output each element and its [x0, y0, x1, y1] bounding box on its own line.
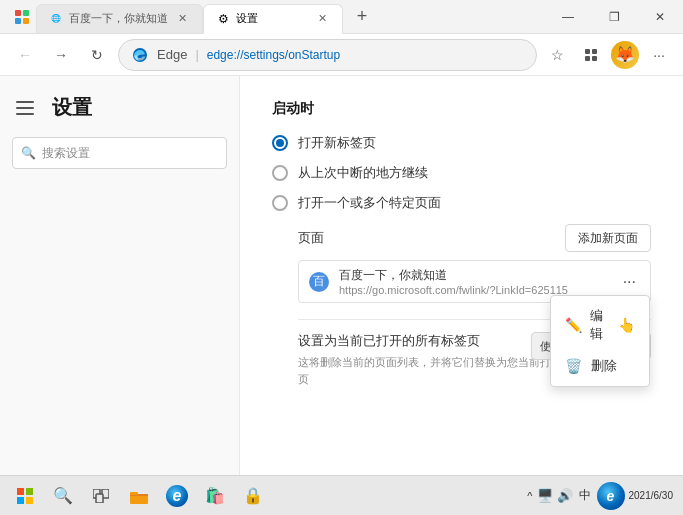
tray-volume-icon: 🔊 [557, 488, 573, 503]
search-icon: 🔍 [21, 146, 36, 160]
svg-rect-9 [17, 488, 24, 495]
address-edge-label: Edge [157, 47, 187, 62]
context-menu: ✏️ 编辑 👆 🗑️ 删除 [550, 295, 650, 387]
tab-settings-title: 设置 [236, 11, 308, 26]
sidebar-header: 设置 [0, 86, 239, 129]
section-title: 启动时 [272, 100, 651, 118]
sidebar: 设置 🔍 搜索设置 [0, 76, 240, 475]
title-bar: 🌐 百度一下，你就知道 ✕ ⚙ 设置 ✕ + — ❐ ✕ [0, 0, 683, 34]
svg-rect-2 [15, 18, 21, 24]
context-delete-label: 删除 [591, 357, 617, 375]
radio-specific-label: 打开一个或多个特定页面 [298, 194, 441, 212]
search-placeholder: 搜索设置 [42, 145, 90, 162]
hamburger-menu-button[interactable] [16, 101, 40, 115]
taskbar-date: 2021/6/30 [629, 489, 674, 502]
radio-newtab-label: 打开新标签页 [298, 134, 376, 152]
page-item-actions: ··· ✏️ 编辑 👆 🗑️ 删除 [619, 271, 640, 293]
page-item-info: 百度一下，你就知道 https://go.microsoft.com/fwlin… [339, 267, 609, 296]
taskbar-time: 2021/6/30 [629, 489, 674, 502]
taskbar: 🔍 🛍️ 🔒 ^ 🖥️ 🔊 中 e 2021/6/30 [0, 475, 683, 515]
delete-icon: 🗑️ [565, 358, 583, 374]
svg-rect-15 [96, 494, 103, 503]
context-edit-label: 编辑 [590, 307, 604, 343]
taskbar-store-button[interactable]: 🛍️ [200, 482, 230, 510]
new-tab-button[interactable]: + [347, 3, 377, 31]
taskbar-edge-button[interactable] [162, 482, 192, 510]
address-separator: | [195, 47, 198, 62]
content-area: 启动时 打开新标签页 从上次中断的地方继续 打开一个或多个特定页面 页面 添加新… [240, 76, 683, 475]
profile-icon[interactable]: 🦊 [611, 41, 639, 69]
taskbar-start-button[interactable] [10, 482, 40, 510]
taskbar-explorer-button[interactable] [124, 482, 154, 510]
main-layout: 设置 🔍 搜索设置 启动时 打开新标签页 从上次中断的地方继续 打开一个或多个特… [0, 76, 683, 475]
tab-baidu-icon: 🌐 [49, 12, 63, 26]
radio-continue-label: 从上次中断的地方继续 [298, 164, 428, 182]
svg-rect-8 [592, 56, 597, 61]
pages-label: 页面 [298, 229, 324, 247]
taskbar-search-button[interactable]: 🔍 [48, 482, 78, 510]
radio-option-specific[interactable]: 打开一个或多个特定页面 [272, 194, 651, 212]
radio-option-newtab[interactable]: 打开新标签页 [272, 134, 651, 152]
back-button[interactable]: ← [10, 40, 40, 70]
tab-settings-icon: ⚙ [216, 12, 230, 26]
add-page-button[interactable]: 添加新页面 [565, 224, 651, 252]
cursor-icon: 👆 [618, 317, 635, 333]
edge-logo-icon [131, 46, 149, 64]
tab-baidu[interactable]: 🌐 百度一下，你就知道 ✕ [36, 4, 203, 34]
window-icon [8, 0, 36, 34]
context-menu-delete[interactable]: 🗑️ 删除 [551, 350, 649, 382]
pages-section: 页面 添加新页面 百 百度一下，你就知道 https://go.microsof… [298, 224, 651, 387]
page-item-more-button[interactable]: ··· [619, 271, 640, 293]
maximize-button[interactable]: ❐ [591, 0, 637, 34]
tab-baidu-close[interactable]: ✕ [174, 11, 190, 27]
address-path: edge://settings/onStartup [207, 48, 340, 62]
address-bar[interactable]: Edge | edge://settings/onStartup [118, 39, 537, 71]
more-button[interactable]: ··· [645, 41, 673, 69]
svg-rect-5 [585, 49, 590, 54]
tab-settings-close[interactable]: ✕ [314, 11, 330, 27]
svg-rect-0 [15, 10, 21, 16]
taskbar-security-button[interactable]: 🔒 [238, 482, 268, 510]
search-settings-input[interactable]: 🔍 搜索设置 [12, 137, 227, 169]
page-item-name: 百度一下，你就知道 [339, 267, 609, 284]
radio-newtab-indicator [272, 135, 288, 151]
radio-option-continue[interactable]: 从上次中断的地方继续 [272, 164, 651, 182]
nav-bar: ← → ↻ Edge | edge://settings/onStartup ☆… [0, 34, 683, 76]
taskbar-system-tray: ^ 🖥️ 🔊 中 e 2021/6/30 [527, 482, 673, 510]
window-controls: — ❐ ✕ [545, 0, 683, 34]
svg-rect-17 [130, 492, 138, 495]
collections-button[interactable] [577, 41, 605, 69]
page-item-icon: 百 [309, 272, 329, 292]
tray-caret-icon[interactable]: ^ [527, 490, 532, 502]
radio-continue-indicator [272, 165, 288, 181]
tab-baidu-title: 百度一下，你就知道 [69, 11, 168, 26]
page-item-baidu: 百 百度一下，你就知道 https://go.microsoft.com/fwl… [298, 260, 651, 303]
pages-header: 页面 添加新页面 [298, 224, 651, 252]
svg-rect-1 [23, 10, 29, 16]
radio-specific-indicator [272, 195, 288, 211]
minimize-button[interactable]: — [545, 0, 591, 34]
svg-rect-7 [585, 56, 590, 61]
context-menu-edit[interactable]: ✏️ 编辑 👆 [551, 300, 649, 350]
forward-button[interactable]: → [46, 40, 76, 70]
svg-rect-11 [17, 497, 24, 504]
sidebar-title: 设置 [52, 94, 92, 121]
svg-rect-6 [592, 49, 597, 54]
taskbar-taskview-button[interactable] [86, 482, 116, 510]
tray-network-icon: 🖥️ [537, 488, 553, 503]
favorites-button[interactable]: ☆ [543, 41, 571, 69]
tab-strip: 🌐 百度一下，你就知道 ✕ ⚙ 设置 ✕ + [0, 0, 377, 34]
svg-rect-10 [26, 488, 33, 495]
close-button[interactable]: ✕ [637, 0, 683, 34]
tray-lang-label: 中 [579, 487, 591, 504]
tray-edge-orb[interactable]: e [597, 482, 625, 510]
svg-rect-12 [26, 497, 33, 504]
edit-icon: ✏️ [565, 317, 582, 333]
svg-rect-3 [23, 18, 29, 24]
tab-settings[interactable]: ⚙ 设置 ✕ [203, 4, 343, 34]
refresh-button[interactable]: ↻ [82, 40, 112, 70]
